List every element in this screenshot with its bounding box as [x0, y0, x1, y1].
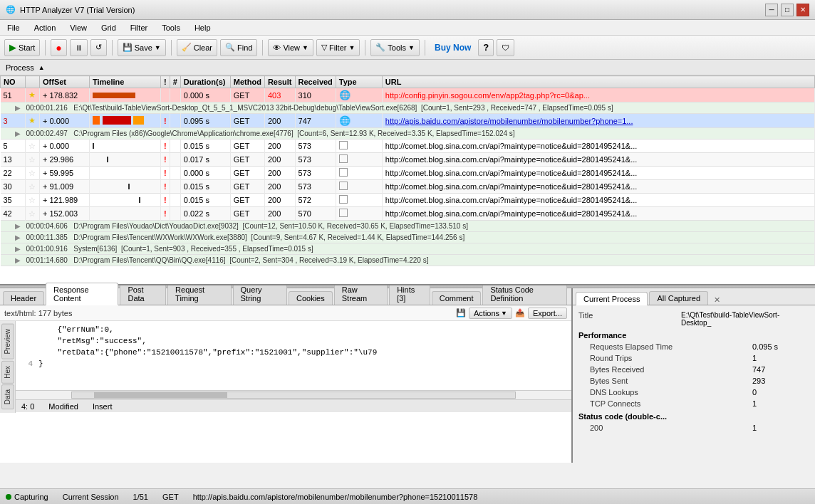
- cell-star: ☆: [26, 207, 40, 221]
- menu-file[interactable]: File: [3, 22, 24, 33]
- cell-offset: + 121.989: [40, 194, 90, 207]
- save-button[interactable]: 💾 Save ▼: [118, 39, 166, 56]
- tab-raw-stream[interactable]: Raw Stream: [334, 283, 388, 305]
- pause-button[interactable]: ⏸: [70, 39, 88, 56]
- tools-icon: 🔧: [375, 43, 385, 52]
- tools-button[interactable]: 🔧 Tools ▼: [370, 39, 420, 56]
- hscroll-thumb[interactable]: [94, 392, 227, 398]
- start-button[interactable]: ▶ Start: [4, 39, 40, 56]
- table-row[interactable]: 22 ☆ + 59.995 ! 0.000 s GET 200 573 http…: [1, 167, 815, 180]
- menu-filter[interactable]: Filter: [126, 22, 152, 33]
- tab-query-string[interactable]: Query String: [233, 283, 287, 305]
- tab-response-content[interactable]: Response Content: [46, 283, 118, 305]
- tab-all-captured[interactable]: All Captured: [649, 291, 708, 305]
- col-header-type[interactable]: Type: [336, 76, 382, 88]
- stop-button[interactable]: ●: [51, 39, 66, 56]
- hscrollbar[interactable]: [16, 390, 571, 399]
- export-icon: 📤: [515, 308, 525, 317]
- shield-button[interactable]: 🛡: [497, 39, 514, 56]
- process-expand-icon[interactable]: ▲: [38, 64, 45, 71]
- cell-star: ★: [26, 88, 40, 103]
- code-line-2: "retMsg":"success",: [19, 335, 569, 347]
- table-group-header[interactable]: ▶00:00:04.606 D:\Program Files\Youdao\Di…: [1, 221, 815, 232]
- tab-request-timing[interactable]: Request Timing: [167, 283, 231, 305]
- menu-grid[interactable]: Grid: [97, 22, 120, 33]
- maximize-button[interactable]: □: [781, 4, 794, 16]
- vtab-data[interactable]: Data: [1, 384, 14, 409]
- find-button[interactable]: 🔍 Find: [220, 39, 257, 56]
- table-row[interactable]: 5 ☆ + 0.000 ! 0.015 s GET 200 573 http:/…: [1, 140, 815, 153]
- col-header-timeline[interactable]: Timeline: [90, 76, 161, 88]
- help-button[interactable]: ?: [478, 39, 494, 56]
- table-row[interactable]: 30 ☆ + 91.009 ! 0.015 s GET 200 573 http…: [1, 180, 815, 194]
- cell-duration: 0.015 s: [180, 140, 230, 153]
- code-view[interactable]: {"errNum":0, "retMsg":"success", "retDat…: [16, 321, 571, 390]
- table-scroll[interactable]: NO OffSet Timeline ! # Duration(s) Metho…: [0, 75, 815, 284]
- buy-button[interactable]: Buy Now: [430, 39, 475, 56]
- tab-hints[interactable]: Hints [3]: [389, 283, 430, 305]
- vtab-hex[interactable]: Hex: [1, 361, 14, 384]
- col-header-excl[interactable]: !: [161, 76, 170, 88]
- menu-view[interactable]: View: [66, 22, 91, 33]
- table-row[interactable]: 13 ☆ + 29.986 ! 0.017 s GET 200 573 http…: [1, 153, 815, 167]
- tab-cookies[interactable]: Cookies: [289, 291, 333, 305]
- cell-no: 3: [1, 114, 26, 128]
- line-content: "retMsg":"success",: [38, 335, 569, 347]
- close-button[interactable]: ✕: [796, 4, 809, 16]
- table-group-header[interactable]: ▶00:01:14.680 D:\Program Files\Tencent\Q…: [1, 255, 815, 266]
- col-header-received[interactable]: Received: [295, 76, 336, 88]
- cell-star: ☆: [26, 140, 40, 153]
- col-header-url[interactable]: URL: [382, 76, 814, 88]
- perf-label: Round Trips: [578, 354, 632, 362]
- cell-url: http://comet.blog.sina.com.cn/api?mainty…: [382, 153, 814, 167]
- table-group-header[interactable]: ▶00:00:11.385 D:\Program Files\Tencent\W…: [1, 232, 815, 243]
- view-button[interactable]: 👁 View ▼: [268, 39, 313, 56]
- perf-row-sent: Bytes Sent 293: [578, 375, 809, 387]
- col-header-offset[interactable]: OffSet: [40, 76, 90, 88]
- actions-button[interactable]: Actions ▼: [469, 308, 512, 319]
- cell-received: 570: [295, 207, 336, 221]
- right-panel: Current Process All Captured ✕ Title E:\…: [573, 288, 815, 463]
- export-button[interactable]: Export...: [528, 308, 567, 319]
- tab-status-code[interactable]: Status Code Definition: [482, 283, 567, 305]
- tab-comment[interactable]: Comment: [432, 291, 482, 305]
- minimize-button[interactable]: ─: [765, 4, 778, 16]
- cell-no: 51: [1, 88, 26, 103]
- col-header-duration[interactable]: Duration(s): [180, 76, 230, 88]
- cell-type: [336, 207, 382, 221]
- col-header-hash[interactable]: #: [170, 76, 180, 88]
- table-group-header[interactable]: ▶00:01:00.916 System[6136] [Count=1, Sen…: [1, 243, 815, 255]
- clear-button[interactable]: 🧹 Clear: [177, 39, 217, 56]
- line-number: 4: [19, 358, 33, 369]
- menu-help[interactable]: Help: [190, 22, 215, 33]
- vtab-preview[interactable]: Preview: [1, 324, 14, 359]
- col-header-no[interactable]: NO: [1, 76, 26, 88]
- modified-status: Modified: [48, 402, 78, 411]
- col-header-result[interactable]: Result: [264, 76, 295, 88]
- cell-star: ☆: [26, 180, 40, 194]
- table-group-header[interactable]: ▶00:00:02.497 C:\Program Files (x86)\Goo…: [1, 128, 815, 140]
- col-header-star[interactable]: [26, 76, 40, 88]
- cell-result: 200: [264, 194, 295, 207]
- right-panel-close[interactable]: ✕: [714, 295, 720, 305]
- content-info: text/html: 177 bytes: [4, 309, 72, 317]
- bottom-area: Header Response Content Post Data Reques…: [0, 288, 815, 463]
- table-row[interactable]: 42 ☆ + 152.003 ! 0.022 s GET 200 570 htt…: [1, 207, 815, 221]
- col-header-method[interactable]: Method: [230, 76, 264, 88]
- menu-action[interactable]: Action: [30, 22, 61, 33]
- cell-type: [336, 153, 382, 167]
- table-group-header[interactable]: ▶00:00:01.216 E:\Qt\Test\build-TableView…: [1, 103, 815, 114]
- left-panel: Header Response Content Post Data Reques…: [0, 288, 573, 463]
- filter-button[interactable]: ▽ Filter ▼: [316, 39, 360, 56]
- table-row[interactable]: 51 ★ + 178.832 0.000 s GET 403 310 🌐 htt…: [1, 88, 815, 103]
- tab-post-data[interactable]: Post Data: [120, 283, 166, 305]
- tab-header[interactable]: Header: [3, 291, 44, 305]
- cell-type: 🌐: [336, 88, 382, 103]
- cell-offset: + 0.000: [40, 114, 90, 128]
- tab-current-process[interactable]: Current Process: [576, 292, 648, 305]
- table-row[interactable]: 35 ☆ + 121.989 ! 0.015 s GET 200 572 htt…: [1, 194, 815, 207]
- cell-url: http://comet.blog.sina.com.cn/api?mainty…: [382, 140, 814, 153]
- refresh-button[interactable]: ↺: [90, 39, 107, 56]
- table-row[interactable]: 3 ★ + 0.000 ! 0.095 s GET 200 747 🌐 h: [1, 114, 815, 128]
- menu-tools[interactable]: Tools: [157, 22, 185, 33]
